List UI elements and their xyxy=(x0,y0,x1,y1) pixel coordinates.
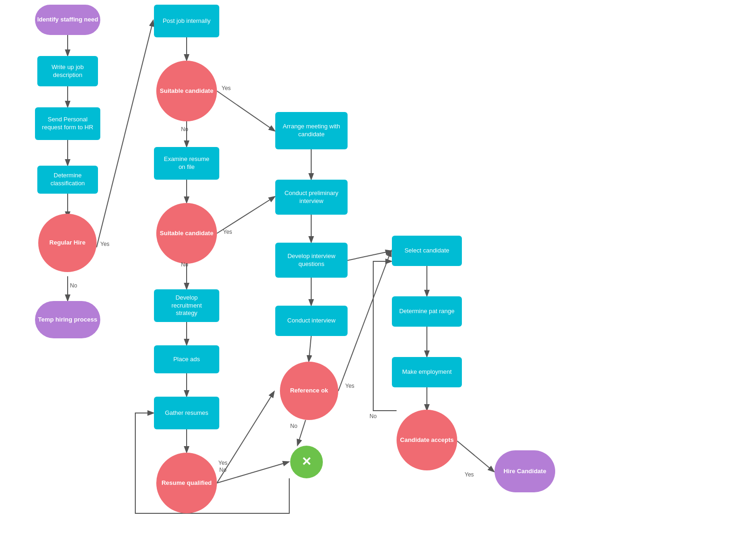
svg-line-17 xyxy=(217,462,288,483)
svg-line-23 xyxy=(298,420,306,445)
suitable-candidate-1-node: Suitable candidate xyxy=(156,61,217,121)
determine-class-node: Determine classification xyxy=(37,166,98,194)
post-job-node: Post job internally xyxy=(154,5,219,37)
arrange-meeting-node: Arrange meeting with candidate xyxy=(275,112,348,149)
dev-interview-node: Develop interview questions xyxy=(275,243,348,278)
make-employment-node: Make employment xyxy=(392,357,462,387)
yes-label-2: Yes xyxy=(223,229,232,235)
no-reference-label: No xyxy=(290,423,297,429)
writeup-job-node: Write up job description xyxy=(37,56,98,86)
hire-candidate-node: Hire Candidate xyxy=(495,450,555,492)
svg-line-21 xyxy=(309,336,311,361)
yes-regular-label: Yes xyxy=(100,241,110,247)
no-label-1: No xyxy=(181,126,188,133)
xmark-node: ✕ xyxy=(290,446,323,478)
place-ads-node: Place ads xyxy=(154,345,219,373)
determine-pat-node: Determine pat range xyxy=(392,296,462,327)
select-candidate-node: Select candidate xyxy=(392,236,462,266)
dev-recruitment-node: Develop recruitment strategy xyxy=(154,289,219,322)
conduct-interview-node: Conduct interview xyxy=(275,306,348,336)
resume-qualified-node: Resume qualified xyxy=(156,453,217,513)
svg-line-28 xyxy=(457,441,494,471)
send-form-node: Send Personal request form to HR xyxy=(35,107,100,140)
yes-resume-label: Yes xyxy=(218,460,228,466)
suitable-candidate-2-node: Suitable candidate xyxy=(156,203,217,264)
svg-line-11 xyxy=(217,197,274,233)
gather-resumes-node: Gather resumes xyxy=(154,397,219,429)
examine-resume-node: Examine resume on file xyxy=(154,147,219,180)
regular-hire-node: Regular Hire xyxy=(38,214,97,272)
no-resume-label: No xyxy=(219,467,226,473)
yes-candidate-label: Yes xyxy=(465,471,474,478)
svg-line-6 xyxy=(97,21,153,247)
candidate-accepts-node: Candidate accepts xyxy=(397,410,457,470)
arrows-svg xyxy=(0,0,739,560)
svg-line-24 xyxy=(348,251,391,260)
reference-ok-node: Reference ok xyxy=(280,362,338,420)
temp-hiring-node: Temp hiring process xyxy=(35,301,100,338)
flowchart-canvas: Identify staffing need Write up job desc… xyxy=(0,0,739,560)
svg-line-8 xyxy=(217,91,274,131)
no-regular-label: No xyxy=(70,282,77,289)
no-candidate-label: No xyxy=(370,413,376,420)
conduct-prelim-node: Conduct preliminary interview xyxy=(275,180,348,215)
no-label-2: No xyxy=(181,261,188,268)
yes-reference-label: Yes xyxy=(345,383,355,389)
identify-staffing-node: Identify staffing need xyxy=(35,5,100,35)
yes-label-1: Yes xyxy=(222,85,231,91)
